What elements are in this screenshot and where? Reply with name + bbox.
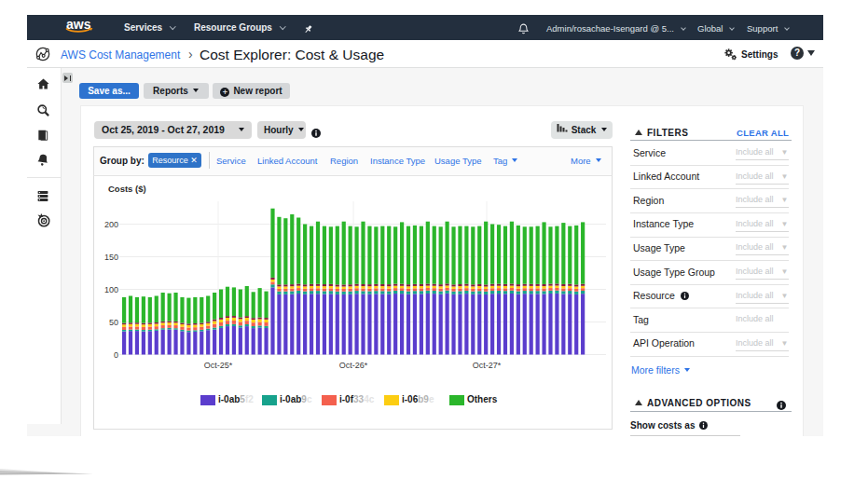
svg-text:Oct-26*: Oct-26* [339, 361, 368, 370]
svg-text:Oct-25*: Oct-25* [204, 361, 233, 370]
svg-text:100: 100 [104, 285, 118, 294]
svg-text:150: 150 [104, 253, 118, 262]
svg-text:0: 0 [114, 350, 118, 360]
svg-text:Oct-27*: Oct-27* [473, 361, 502, 370]
svg-text:200: 200 [104, 220, 118, 229]
svg-text:50: 50 [109, 318, 118, 327]
